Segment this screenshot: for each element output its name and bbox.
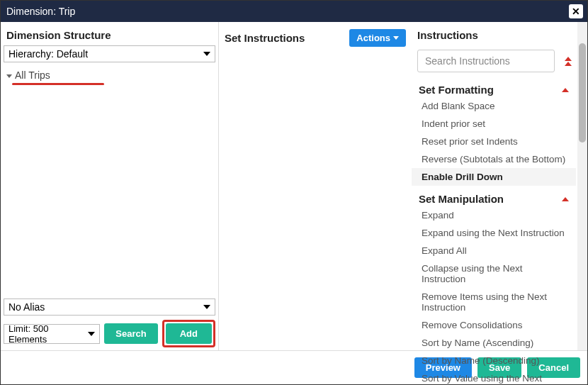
titlebar: Dimension: Trip ✕ — [1, 1, 587, 22]
instructions-title: Instructions — [412, 22, 484, 45]
dialog-title: Dimension: Trip — [6, 6, 75, 17]
chevron-up-icon — [565, 62, 572, 66]
tree-root-label: All Trips — [15, 69, 50, 81]
group-set-formatting-title: Set Formatting — [419, 84, 494, 96]
alias-select[interactable]: No Alias — [4, 298, 215, 316]
limit-select-value: Limit: 500 Elements — [9, 323, 85, 345]
instr-add-blank-space[interactable]: Add Blank Space — [412, 97, 576, 115]
instr-sort-name-desc[interactable]: Sort by Name (Descending) — [412, 352, 576, 369]
highlight-underline — [12, 83, 104, 85]
instr-expand-next[interactable]: Expand using the Next Instruction — [412, 224, 576, 242]
collapse-all-toggle[interactable] — [565, 57, 572, 66]
search-instructions-placeholder: Search Instructions — [425, 55, 510, 67]
instr-remove-items-next[interactable]: Remove Items using the Next Instruction — [412, 288, 576, 316]
actions-dropdown[interactable]: Actions — [349, 29, 406, 47]
chevron-down-icon — [203, 305, 210, 309]
instr-reverse-subtotals[interactable]: Reverse (Subtotals at the Bottom) — [412, 150, 576, 168]
group-set-manipulation-header[interactable]: Set Manipulation — [412, 186, 576, 206]
instr-remove-consolidations[interactable]: Remove Consolidations — [412, 316, 576, 334]
instr-collapse-next[interactable]: Collapse using the Next Instruction — [412, 260, 576, 288]
close-icon: ✕ — [572, 6, 580, 17]
instr-expand-all[interactable]: Expand All — [412, 242, 576, 260]
dimension-structure-title: Dimension Structure — [1, 22, 218, 45]
hierarchy-select-value: Hierarchy: Default — [9, 48, 88, 60]
dialog-content: Dimension Structure Hierarchy: Default A… — [1, 22, 587, 350]
chevron-down-icon — [393, 36, 399, 40]
instr-indent-prior-set[interactable]: Indent prior set — [412, 115, 576, 133]
hierarchy-select[interactable]: Hierarchy: Default — [4, 45, 215, 62]
group-set-manipulation-title: Set Manipulation — [419, 193, 504, 205]
chevron-up-icon — [562, 88, 569, 92]
chevron-down-icon — [6, 74, 12, 78]
search-instructions-input[interactable]: Search Instructions — [417, 50, 555, 72]
search-button[interactable]: Search — [104, 323, 157, 344]
set-instructions-title: Set Instructions — [225, 32, 305, 44]
set-instructions-panel: Set Instructions Actions — [219, 22, 412, 350]
alias-select-value: No Alias — [9, 301, 45, 313]
add-button-highlight: Add — [162, 320, 215, 347]
actions-label: Actions — [356, 33, 390, 43]
instr-sort-name-asc[interactable]: Sort by Name (Ascending) — [412, 334, 576, 352]
group-set-formatting-header[interactable]: Set Formatting — [412, 77, 576, 97]
instructions-panel: Instructions Search Instructions Set For… — [412, 22, 587, 350]
instr-sort-value-next[interactable]: Sort by Value using the Next Instruction — [412, 369, 576, 385]
hierarchy-tree: All Trips — [1, 65, 218, 298]
instr-expand[interactable]: Expand — [412, 206, 576, 224]
add-button[interactable]: Add — [166, 323, 212, 344]
instr-reset-prior-set-indents[interactable]: Reset prior set Indents — [412, 133, 576, 150]
chevron-up-icon — [562, 197, 569, 201]
instr-enable-drill-down[interactable]: Enable Drill Down — [412, 168, 576, 186]
scrollbar-thumb[interactable] — [579, 43, 586, 143]
chevron-up-icon — [565, 57, 572, 61]
chevron-down-icon — [203, 52, 210, 56]
close-button[interactable]: ✕ — [569, 4, 583, 18]
tree-root-item[interactable]: All Trips — [6, 68, 213, 82]
dimension-structure-panel: Dimension Structure Hierarchy: Default A… — [1, 22, 219, 350]
chevron-down-icon — [88, 332, 95, 336]
limit-select[interactable]: Limit: 500 Elements — [4, 324, 100, 344]
scrollbar-track[interactable] — [577, 22, 587, 350]
left-bottom-controls: Limit: 500 Elements Search Add — [1, 317, 218, 350]
